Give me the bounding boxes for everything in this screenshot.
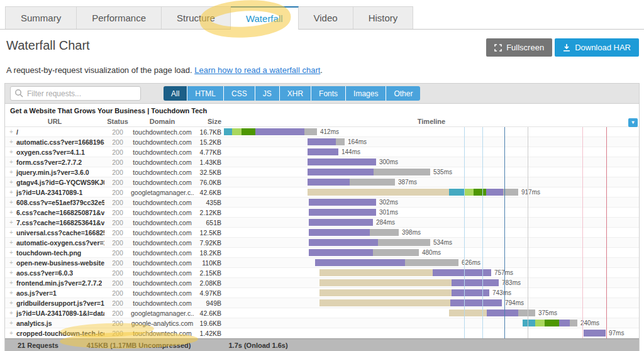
- timing-bar[interactable]: 917ms: [308, 189, 540, 196]
- request-url[interactable]: gtagv4.js?id=G-YQCWS9KJ0C: [16, 179, 104, 186]
- table-row[interactable]: +aos.css?ver=6.0.3200touchdowntech.com2.…: [5, 268, 639, 278]
- request-url[interactable]: oxygen.css?ver=4.1.1: [16, 148, 85, 156]
- table-row[interactable]: +7.css?cache=1668253641&ver=...200touchd…: [5, 218, 639, 228]
- table-row[interactable]: +js?id=UA-23417089-1200googletagmanager.…: [5, 187, 639, 198]
- table-row[interactable]: +universal.css?cache=166825364...200touc…: [5, 228, 639, 238]
- request-url[interactable]: 6.css?cache=1668250871&ver=...: [16, 209, 104, 216]
- timing-bar[interactable]: 535ms: [308, 169, 452, 176]
- expand-row-icon[interactable]: +: [9, 128, 16, 135]
- request-url[interactable]: 7.css?cache=1668253641&ver=...: [16, 219, 104, 226]
- request-url[interactable]: automatic.css?ver=1668196347: [16, 138, 104, 146]
- timing-bar[interactable]: 757ms: [319, 269, 513, 276]
- expand-row-icon[interactable]: +: [9, 179, 16, 186]
- waterfall-help-link[interactable]: Learn how to read a waterfall chart: [194, 65, 320, 75]
- timing-bar[interactable]: 480ms: [309, 249, 441, 256]
- request-url[interactable]: js?id=UA-23417089-1&l=dataLay...: [16, 309, 104, 317]
- timing-bar[interactable]: 534ms: [309, 239, 452, 246]
- expand-row-icon[interactable]: +: [9, 138, 16, 145]
- table-row[interactable]: +automatic-oxygen.css?ver=1668...200touc…: [5, 238, 639, 248]
- timing-bar[interactable]: 398ms: [309, 229, 421, 236]
- timing-bar[interactable]: 300ms: [308, 159, 398, 165]
- timing-bar[interactable]: 412ms: [224, 128, 339, 135]
- table-row[interactable]: +touchdown-tech.png200touchdowntech.com1…: [5, 248, 639, 258]
- expand-row-icon[interactable]: +: [9, 249, 16, 256]
- expand-row-icon[interactable]: +: [9, 320, 16, 326]
- tab-summary[interactable]: Summary: [5, 6, 77, 29]
- timing-bar[interactable]: 240ms: [523, 320, 599, 326]
- expand-row-icon[interactable]: +: [9, 229, 16, 236]
- expand-row-icon[interactable]: +: [9, 209, 16, 216]
- expand-row-icon[interactable]: +: [9, 169, 16, 176]
- expand-row-icon[interactable]: +: [9, 279, 16, 286]
- request-url[interactable]: cropped-touchdown-tech-icon-3...: [16, 330, 104, 337]
- timing-bar[interactable]: 626ms: [315, 259, 480, 266]
- filter-button-other[interactable]: Other: [386, 86, 420, 101]
- table-row[interactable]: +gtagv4.js?id=G-YQCWS9KJ0C200touchdownte…: [5, 177, 639, 187]
- table-row[interactable]: +form.css?ver=2.7.7.2200touchdowntech.co…: [5, 157, 639, 167]
- request-url[interactable]: analytics.js: [16, 320, 52, 327]
- request-url[interactable]: automatic-oxygen.css?ver=1668...: [16, 239, 104, 247]
- table-row[interactable]: +analytics.js200google-analytics.com19.6…: [5, 318, 639, 328]
- timing-bar[interactable]: 794ms: [319, 299, 524, 306]
- filter-button-images[interactable]: Images: [346, 86, 386, 101]
- table-row[interactable]: +js?id=UA-23417089-1&l=dataLay...200goog…: [5, 308, 639, 318]
- filter-requests-input[interactable]: [10, 86, 141, 101]
- tab-performance[interactable]: Performance: [77, 6, 162, 29]
- timing-bar[interactable]: 375ms: [449, 309, 557, 316]
- filter-button-css[interactable]: CSS: [224, 86, 255, 101]
- request-url[interactable]: /: [16, 128, 18, 136]
- expand-row-icon[interactable]: +: [9, 189, 16, 196]
- col-header-status[interactable]: Status: [104, 118, 131, 125]
- request-url[interactable]: universal.css?cache=166825364...: [16, 229, 104, 237]
- col-header-domain[interactable]: Domain: [131, 118, 194, 125]
- expand-row-icon[interactable]: +: [9, 330, 16, 337]
- timing-bar[interactable]: 387ms: [308, 179, 417, 186]
- timing-bar[interactable]: 164ms: [308, 138, 367, 145]
- request-url[interactable]: aos.js?ver=1: [16, 289, 57, 297]
- timing-bar[interactable]: 144ms: [308, 148, 360, 155]
- table-row[interactable]: +oxygen.css?ver=4.1.1200touchdowntech.co…: [5, 147, 639, 157]
- tab-waterfall[interactable]: Waterfall: [231, 6, 299, 30]
- expand-row-icon[interactable]: +: [9, 299, 16, 306]
- request-url[interactable]: gridbuildersupport.js?ver=1.0.1: [16, 299, 104, 307]
- table-row[interactable]: +jquery.min.js?ver=3.6.0200touchdowntech…: [5, 167, 639, 177]
- table-row[interactable]: +/200touchdowntech.com16.7KB412ms: [5, 127, 639, 137]
- expand-row-icon[interactable]: +: [9, 239, 16, 246]
- expand-row-icon[interactable]: +: [9, 309, 16, 316]
- download-har-button[interactable]: Download HAR: [555, 38, 639, 57]
- request-url[interactable]: js?id=UA-23417089-1: [16, 189, 82, 196]
- expand-row-icon[interactable]: +: [9, 269, 16, 276]
- filter-button-all[interactable]: All: [164, 86, 187, 101]
- expand-row-icon[interactable]: +: [9, 219, 16, 226]
- filter-button-js[interactable]: JS: [255, 86, 280, 101]
- request-url[interactable]: aos.css?ver=6.0.3: [16, 269, 73, 277]
- timing-bar[interactable]: 783ms: [319, 279, 521, 286]
- request-url[interactable]: open-new-business-website.jpg: [16, 259, 104, 267]
- table-row[interactable]: +608.css?v=e51aef379cc32e58200touchdownt…: [5, 198, 639, 208]
- tab-video[interactable]: Video: [299, 6, 353, 29]
- expand-row-icon[interactable]: +: [9, 159, 16, 165]
- filter-button-xhr[interactable]: XHR: [280, 86, 311, 101]
- table-row[interactable]: +6.css?cache=1668250871&ver=...200touchd…: [5, 208, 639, 218]
- table-row[interactable]: +automatic.css?ver=1668196347200touchdow…: [5, 137, 639, 147]
- timing-bar[interactable]: 301ms: [309, 209, 398, 216]
- tab-structure[interactable]: Structure: [162, 6, 231, 29]
- table-row[interactable]: +aos.js?ver=1200touchdowntech.com4.97KB7…: [5, 288, 639, 298]
- table-row[interactable]: +cropped-touchdown-tech-icon-3...200touc…: [5, 328, 639, 338]
- request-url[interactable]: touchdown-tech.png: [16, 249, 81, 257]
- expand-row-icon[interactable]: +: [9, 199, 16, 206]
- table-row[interactable]: +frontend.min.js?ver=2.7.7.2200touchdown…: [5, 278, 639, 288]
- table-row[interactable]: +open-new-business-website.jpg200touchdo…: [5, 258, 639, 268]
- timing-bar[interactable]: 97ms: [584, 330, 624, 337]
- expand-row-icon[interactable]: +: [9, 259, 16, 266]
- expand-row-icon[interactable]: +: [9, 289, 16, 296]
- filter-button-html[interactable]: HTML: [187, 86, 224, 101]
- col-header-url[interactable]: URL: [5, 118, 104, 125]
- fullscreen-button[interactable]: Fullscreen: [486, 38, 552, 57]
- expand-row-icon[interactable]: +: [9, 148, 16, 155]
- timing-bar[interactable]: 302ms: [309, 199, 398, 206]
- request-url[interactable]: 608.css?v=e51aef379cc32e58: [16, 199, 104, 206]
- table-row[interactable]: +gridbuildersupport.js?ver=1.0.1200touch…: [5, 298, 639, 308]
- timing-bar[interactable]: 284ms: [309, 219, 395, 226]
- tab-history[interactable]: History: [353, 6, 414, 29]
